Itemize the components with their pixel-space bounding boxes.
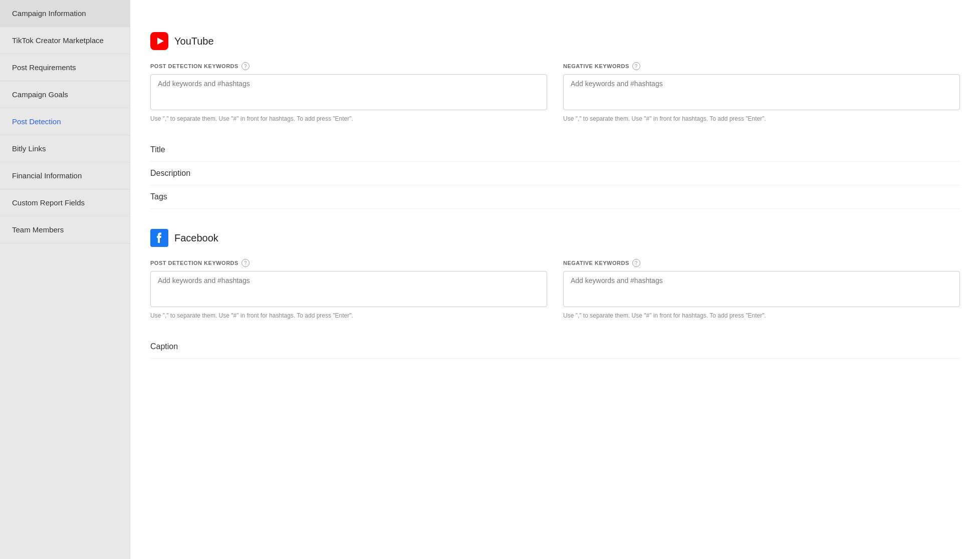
- youtube-icon: [150, 32, 168, 50]
- negative-keywords-input-facebook[interactable]: [563, 271, 960, 307]
- platform-header-youtube: YouTube: [150, 32, 960, 50]
- post-detection-hint-youtube: Use "," to separate them. Use "#" in fro…: [150, 115, 547, 122]
- post-detection-help-icon-facebook[interactable]: ?: [241, 259, 250, 267]
- post-detection-help-icon-youtube[interactable]: ?: [241, 62, 250, 70]
- platform-name-youtube: YouTube: [174, 36, 214, 47]
- toggle-row-title: Title: [150, 138, 960, 162]
- facebook-icon: [150, 229, 168, 247]
- toggle-label-caption: Caption: [150, 342, 920, 351]
- negative-keywords-group-facebook: NEGATIVE KEYWORDS ? Use "," to separate …: [563, 259, 960, 319]
- sidebar-item-financial-information[interactable]: Financial Information: [0, 162, 130, 189]
- post-detection-input-youtube[interactable]: [150, 74, 547, 110]
- post-detection-label-youtube: POST DETECTION KEYWORDS ?: [150, 62, 547, 70]
- platform-name-facebook: Facebook: [174, 232, 218, 244]
- post-detection-group-facebook: POST DETECTION KEYWORDS ? Use "," to sep…: [150, 259, 547, 319]
- sidebar-item-bitly-links[interactable]: Bitly Links: [0, 135, 130, 162]
- post-detection-input-facebook[interactable]: [150, 271, 547, 307]
- sidebar-item-custom-report-fields[interactable]: Custom Report Fields: [0, 189, 130, 216]
- sidebar-item-campaign-goals[interactable]: Campaign Goals: [0, 81, 130, 108]
- negative-keywords-group-youtube: NEGATIVE KEYWORDS ? Use "," to separate …: [563, 62, 960, 122]
- sidebar-item-post-requirements[interactable]: Post Requirements: [0, 54, 130, 81]
- keywords-row-youtube: POST DETECTION KEYWORDS ? Use "," to sep…: [150, 62, 960, 122]
- sidebar-item-campaign-information[interactable]: Campaign Information: [0, 0, 130, 27]
- negative-keywords-input-youtube[interactable]: [563, 74, 960, 110]
- post-detection-group-youtube: POST DETECTION KEYWORDS ? Use "," to sep…: [150, 62, 547, 122]
- negative-keywords-label-facebook: NEGATIVE KEYWORDS ?: [563, 259, 960, 267]
- toggle-row-caption: Caption: [150, 335, 960, 359]
- platform-header-facebook: Facebook: [150, 229, 960, 247]
- negative-keywords-hint-facebook: Use "," to separate them. Use "#" in fro…: [563, 312, 960, 319]
- negative-keywords-help-icon-facebook[interactable]: ?: [632, 259, 640, 267]
- negative-keywords-hint-youtube: Use "," to separate them. Use "#" in fro…: [563, 115, 960, 122]
- sidebar-item-post-detection[interactable]: Post Detection: [0, 108, 130, 135]
- post-detection-hint-facebook: Use "," to separate them. Use "#" in fro…: [150, 312, 547, 319]
- keywords-row-facebook: POST DETECTION KEYWORDS ? Use "," to sep…: [150, 259, 960, 319]
- toggle-label-title: Title: [150, 145, 920, 154]
- post-detection-label-facebook: POST DETECTION KEYWORDS ?: [150, 259, 547, 267]
- toggle-row-tags: Tags: [150, 185, 960, 209]
- platform-section-youtube: YouTube POST DETECTION KEYWORDS ? Use ",…: [150, 32, 960, 209]
- negative-keywords-help-icon-youtube[interactable]: ?: [632, 62, 640, 70]
- sidebar-item-tiktok-creator-marketplace[interactable]: TikTok Creator Marketplace: [0, 27, 130, 54]
- toggle-label-tags: Tags: [150, 192, 920, 201]
- sidebar-item-team-members[interactable]: Team Members: [0, 216, 130, 243]
- toggle-label-description: Description: [150, 169, 920, 178]
- main-content: YouTube POST DETECTION KEYWORDS ? Use ",…: [130, 0, 980, 559]
- toggle-row-description: Description: [150, 162, 960, 185]
- sidebar: Campaign InformationTikTok Creator Marke…: [0, 0, 130, 559]
- negative-keywords-label-youtube: NEGATIVE KEYWORDS ?: [563, 62, 960, 70]
- platform-section-facebook: Facebook POST DETECTION KEYWORDS ? Use "…: [150, 229, 960, 359]
